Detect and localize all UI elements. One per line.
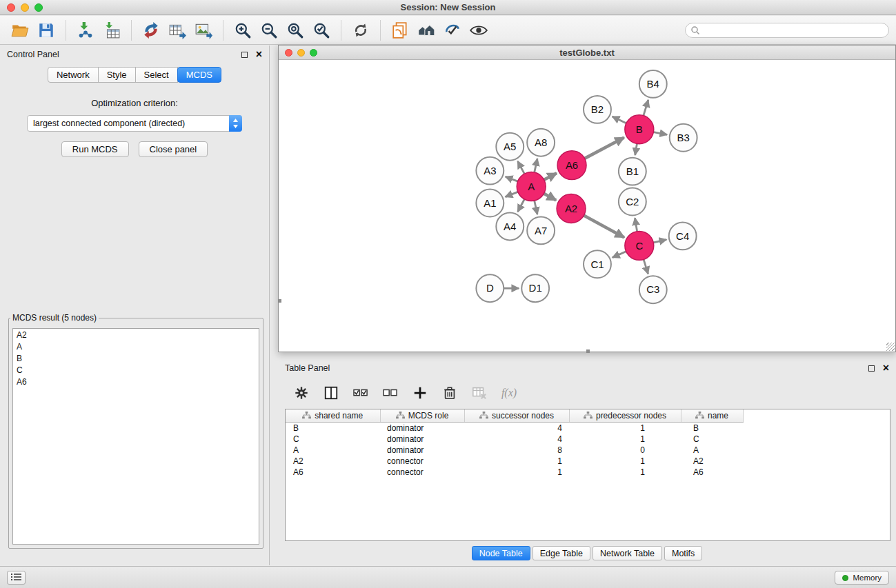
edge-A-A4[interactable] [518, 199, 525, 212]
cell[interactable]: A2 [681, 456, 743, 467]
tab-mcds[interactable]: MCDS [177, 67, 221, 83]
refresh-layout-icon[interactable] [348, 17, 374, 43]
export-table-icon[interactable] [164, 17, 190, 43]
cell[interactable]: C [681, 434, 743, 445]
edge-C-C2[interactable] [635, 218, 637, 232]
table-row[interactable]: A2connector11A2 [286, 456, 743, 467]
function-builder-icon[interactable]: f(x) [499, 387, 519, 399]
result-item[interactable]: A2 [13, 329, 259, 341]
network-canvas[interactable]: AA1A2A3A4A5A6A7A8BB1B2B3B4CC1C2C3C4DD1 [279, 61, 895, 352]
zoom-fit-icon[interactable] [282, 17, 308, 43]
edge-C-C4[interactable] [653, 240, 666, 243]
cell[interactable]: dominator [380, 445, 464, 456]
tab-edge-table[interactable]: Edge Table [532, 546, 590, 560]
edge-A2-C[interactable] [584, 216, 624, 238]
cell[interactable]: 1 [569, 456, 681, 467]
zoom-out-icon[interactable] [256, 17, 282, 43]
table-row[interactable]: A6connector11A6 [286, 467, 743, 478]
task-history-button[interactable] [7, 571, 26, 585]
cell[interactable]: 4 [464, 422, 569, 434]
network-close-button[interactable] [285, 49, 292, 57]
cell[interactable]: A6 [286, 467, 380, 478]
resize-handle-left[interactable] [278, 299, 281, 303]
memory-button[interactable]: Memory [835, 571, 889, 585]
import-network-icon[interactable] [72, 17, 99, 43]
resize-handle-bottom[interactable] [586, 349, 590, 353]
cell[interactable]: A [681, 445, 743, 456]
cell[interactable]: 1 [569, 467, 681, 478]
cell[interactable]: connector [380, 467, 464, 478]
table-row[interactable]: Adominator80A [286, 445, 743, 456]
resize-grip-icon[interactable] [886, 343, 895, 351]
edge-B-B2[interactable] [613, 116, 626, 123]
export-image-icon[interactable] [190, 17, 217, 43]
documents-icon[interactable] [387, 17, 413, 43]
network-zoom-button[interactable] [310, 49, 317, 57]
edge-A-A5[interactable] [518, 161, 525, 174]
close-window-button[interactable] [7, 3, 15, 12]
cell[interactable]: 1 [464, 456, 569, 467]
column-header-predecessor-nodes[interactable]: predecessor nodes [569, 409, 681, 422]
open-session-icon[interactable] [7, 17, 33, 43]
columns-icon[interactable] [321, 385, 341, 401]
cell[interactable]: C [286, 434, 380, 445]
edge-B-B3[interactable] [653, 132, 667, 135]
column-header-successor-nodes[interactable]: successor nodes [464, 409, 569, 422]
edge-B-B1[interactable] [635, 143, 637, 155]
edge-A-A3[interactable] [506, 176, 518, 181]
cell[interactable]: B [286, 422, 380, 434]
tab-style[interactable]: Style [98, 67, 136, 83]
cell[interactable]: 8 [464, 445, 569, 456]
cell[interactable]: 1 [569, 434, 681, 445]
settings-icon[interactable] [292, 385, 311, 401]
dropdown-stepper-icon[interactable] [229, 115, 242, 132]
mcds-result-list[interactable]: A2ABCA6 [12, 328, 259, 545]
float-panel-icon[interactable] [241, 52, 248, 58]
tab-motifs[interactable]: Motifs [664, 546, 702, 560]
save-session-icon[interactable] [33, 17, 59, 43]
cell[interactable]: dominator [380, 422, 464, 434]
deselect-all-icon[interactable] [381, 386, 400, 400]
destroy-table-icon[interactable] [470, 385, 489, 401]
zoom-window-button[interactable] [34, 3, 43, 12]
tab-node-table[interactable]: Node Table [472, 546, 530, 560]
cell[interactable]: connector [380, 456, 464, 467]
table-row[interactable]: Cdominator41C [286, 434, 743, 445]
result-item[interactable]: A [13, 341, 259, 352]
table-close-panel-icon[interactable]: × [883, 363, 889, 374]
eye-icon[interactable] [466, 17, 492, 43]
tab-network-table[interactable]: Network Table [593, 546, 662, 560]
import-table-icon[interactable] [99, 17, 125, 43]
cell[interactable]: 1 [464, 467, 569, 478]
tab-select[interactable]: Select [135, 67, 178, 83]
column-header-name[interactable]: name [681, 409, 743, 422]
cell[interactable]: 0 [569, 445, 681, 456]
criterion-dropdown[interactable]: largest connected component (directed) [27, 115, 242, 132]
cell[interactable]: A [286, 445, 380, 456]
table-row[interactable]: Bdominator41B [286, 422, 743, 434]
cell[interactable]: 4 [464, 434, 569, 445]
edge-A-A1[interactable] [506, 192, 518, 196]
style-check-icon[interactable] [439, 17, 466, 43]
tab-network[interactable]: Network [48, 67, 99, 83]
column-header-shared-name[interactable]: shared name [286, 409, 380, 422]
cell[interactable]: dominator [380, 434, 464, 445]
run-mcds-button[interactable]: Run MCDS [61, 141, 129, 157]
add-row-icon[interactable] [410, 385, 430, 401]
result-item[interactable]: B [13, 352, 259, 364]
edge-A-A2[interactable] [544, 194, 557, 201]
edge-C-C3[interactable] [644, 259, 648, 274]
result-item[interactable]: C [13, 364, 259, 376]
network-minimize-button[interactable] [297, 49, 305, 57]
edge-C-C1[interactable] [613, 252, 626, 258]
edge-A-A8[interactable] [535, 159, 537, 172]
edge-A-A7[interactable] [535, 201, 537, 214]
column-header-mcds-role[interactable]: MCDS role [380, 409, 464, 422]
select-all-icon[interactable] [351, 386, 370, 400]
close-panel-icon[interactable]: × [256, 49, 262, 60]
close-panel-button[interactable]: Close panel [139, 141, 208, 157]
export-network-icon[interactable] [138, 17, 164, 43]
search-input[interactable] [685, 23, 889, 38]
minimize-window-button[interactable] [21, 3, 29, 12]
cell[interactable]: 1 [569, 422, 681, 434]
